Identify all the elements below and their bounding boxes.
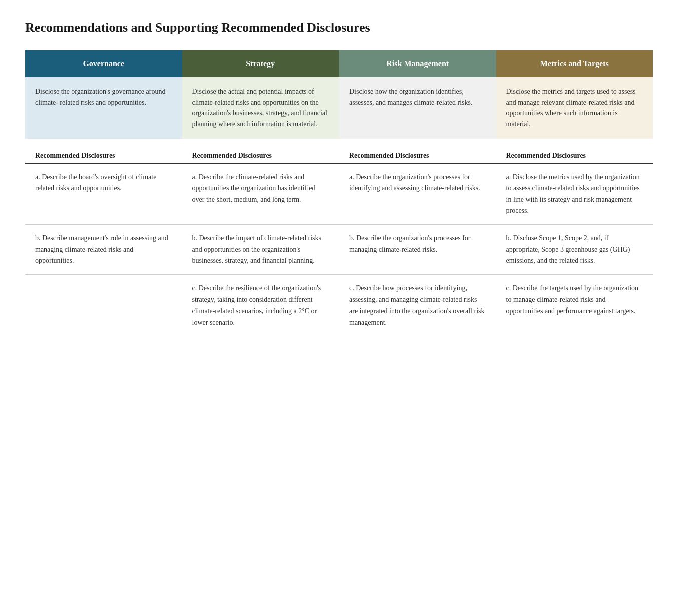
disclosure-row-b: b. Describe management's role in assessi… — [25, 225, 653, 275]
disclosure-row-a: a. Describe the board's oversight of cli… — [25, 163, 653, 225]
governance-header: Governance — [25, 50, 182, 77]
header-row: Governance Strategy Risk Management Metr… — [25, 50, 653, 77]
strategy-rec-label: Recommended Disclosures — [182, 147, 340, 163]
metrics-description: Disclose the metrics and targets used to… — [496, 77, 653, 139]
rec-header-row: Recommended Disclosures Recommended Disc… — [25, 147, 653, 163]
governance-disc-b: b. Describe management's role in assessi… — [25, 225, 182, 275]
governance-description: Disclose the organization's governance a… — [25, 77, 182, 139]
risk-header: Risk Management — [339, 50, 496, 77]
risk-rec-label: Recommended Disclosures — [339, 147, 496, 163]
governance-disc-c — [25, 275, 182, 336]
risk-disc-b: b. Describe the organization's processes… — [339, 225, 496, 275]
metrics-header: Metrics and Targets — [496, 50, 653, 77]
governance-rec-label: Recommended Disclosures — [25, 147, 182, 163]
risk-disc-a: a. Describe the organization's processes… — [339, 163, 496, 225]
strategy-disc-a: a. Describe the climate-related risks an… — [182, 163, 340, 225]
governance-disc-a: a. Describe the board's oversight of cli… — [25, 163, 182, 225]
strategy-disc-b: b. Describe the impact of climate-relate… — [182, 225, 340, 275]
section-divider — [25, 139, 653, 147]
description-row: Disclose the organization's governance a… — [25, 77, 653, 139]
strategy-header: Strategy — [182, 50, 340, 77]
metrics-rec-label: Recommended Disclosures — [496, 147, 653, 163]
risk-disc-c: c. Describe how processes for identifyin… — [339, 275, 496, 336]
metrics-disc-c: c. Describe the targets used by the orga… — [496, 275, 653, 336]
metrics-disc-b: b. Disclose Scope 1, Scope 2, and, if ap… — [496, 225, 653, 275]
risk-description: Disclose how the organization identifies… — [339, 77, 496, 139]
disclosure-row-c: c. Describe the resilience of the organi… — [25, 275, 653, 336]
strategy-disc-c: c. Describe the resilience of the organi… — [182, 275, 340, 336]
strategy-description: Disclose the actual and potential impact… — [182, 77, 340, 139]
page-title: Recommendations and Supporting Recommend… — [25, 20, 653, 35]
metrics-disc-a: a. Disclose the metrics used by the orga… — [496, 163, 653, 225]
